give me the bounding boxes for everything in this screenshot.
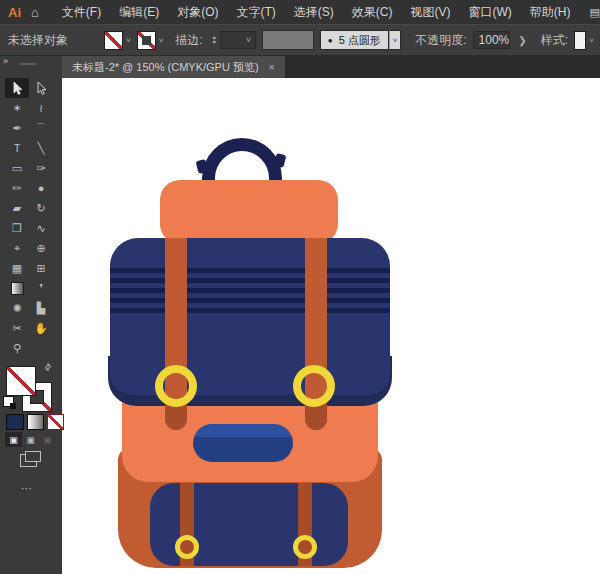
body-stripe bbox=[110, 278, 390, 283]
free-transform-tool-icon[interactable]: ⌖ bbox=[5, 238, 29, 258]
menu-type[interactable]: 文字(T) bbox=[228, 4, 285, 21]
backpack-handle-grip-right[interactable] bbox=[274, 153, 287, 168]
none-button[interactable] bbox=[47, 414, 64, 430]
fill-indicator-swatch[interactable] bbox=[6, 366, 36, 396]
chevron-down-icon: ˅ bbox=[246, 35, 251, 45]
stroke-weight-label: 描边: bbox=[175, 32, 202, 49]
width-tool-icon[interactable]: ∿ bbox=[29, 218, 53, 238]
document-tab[interactable]: 未标题-2* @ 150% (CMYK/GPU 预览) × bbox=[62, 56, 285, 78]
style-label: 样式: bbox=[541, 32, 568, 49]
pen-tool-icon[interactable]: ✒ bbox=[5, 118, 29, 138]
draw-behind-mode-icon[interactable]: ▣ bbox=[22, 432, 39, 447]
menu-file[interactable]: 文件(F) bbox=[53, 4, 110, 21]
small-ring-left[interactable] bbox=[175, 535, 199, 559]
artboard-canvas[interactable] bbox=[62, 78, 600, 574]
body-stripe bbox=[110, 268, 390, 273]
backpack-handle[interactable] bbox=[202, 138, 282, 186]
menu-effect[interactable]: 效果(C) bbox=[343, 4, 402, 21]
eyedropper-tool-icon[interactable]: ❜ bbox=[29, 278, 53, 298]
menu-help[interactable]: 帮助(H) bbox=[521, 4, 580, 21]
line-segment-tool-icon[interactable]: ╲ bbox=[29, 138, 53, 158]
menu-items: 文件(F)编辑(E)对象(O)文字(T)选择(S)效果(C)视图(V)窗口(W)… bbox=[53, 4, 580, 21]
backpack-main-body[interactable] bbox=[110, 238, 390, 395]
selection-tool-icon[interactable] bbox=[5, 78, 29, 98]
draw-inside-mode-icon[interactable]: ▣ bbox=[39, 432, 56, 447]
document-tab-bar: 未标题-2* @ 150% (CMYK/GPU 预览) × bbox=[0, 56, 600, 78]
screen-mode-icon[interactable] bbox=[20, 454, 37, 467]
workspace-switcher[interactable]: ▤ ˅ bbox=[590, 6, 600, 19]
blob-brush-tool-icon[interactable]: ● bbox=[29, 178, 53, 198]
zipper-pocket[interactable] bbox=[193, 424, 293, 462]
tools-panel: » ✶≀✒⌒T╲▭✑✏●▰↻❒∿⌖⊕▦⊞❜✺▙✂✋⚲ ⇄ ▣ ▣ ▣ ⋯ bbox=[0, 56, 62, 574]
perspective-grid-tool-icon[interactable]: ⊞ bbox=[29, 258, 53, 278]
style-chevron-icon[interactable]: ˅ bbox=[589, 36, 594, 45]
menu-object[interactable]: 对象(O) bbox=[168, 4, 227, 21]
backpack-top-flap[interactable] bbox=[160, 180, 338, 244]
menu-window[interactable]: 窗口(W) bbox=[460, 4, 521, 21]
scale-tool-icon[interactable]: ❒ bbox=[5, 218, 29, 238]
stroke-weight-stepper[interactable]: ▴▾ bbox=[213, 35, 216, 45]
body-stripe bbox=[110, 308, 390, 313]
zoom-tool-icon[interactable]: ⚲ bbox=[5, 338, 29, 358]
tool-grid: ✶≀✒⌒T╲▭✑✏●▰↻❒∿⌖⊕▦⊞❜✺▙✂✋⚲ bbox=[5, 78, 53, 358]
paintbrush-tool-icon[interactable]: ✑ bbox=[29, 158, 53, 178]
rotate-tool-icon[interactable]: ↻ bbox=[29, 198, 53, 218]
slice-tool-icon[interactable]: ✂ bbox=[5, 318, 29, 338]
gradient-tool-icon[interactable] bbox=[5, 278, 29, 298]
menu-view[interactable]: 视图(V) bbox=[402, 4, 460, 21]
buckle-ring-left[interactable] bbox=[155, 365, 197, 407]
opacity-expand-icon[interactable]: ❯ bbox=[518, 35, 526, 46]
document-tab-title: 未标题-2* @ 150% (CMYK/GPU 预览) bbox=[72, 60, 259, 75]
gradient-button[interactable] bbox=[27, 414, 44, 430]
width-profile-dropdown[interactable] bbox=[262, 30, 314, 50]
close-icon[interactable]: × bbox=[269, 61, 275, 73]
opacity-label: 不透明度: bbox=[415, 32, 466, 49]
buckle-ring-right[interactable] bbox=[293, 365, 335, 407]
menu-select[interactable]: 选择(S) bbox=[285, 4, 343, 21]
direct-selection-tool-icon[interactable] bbox=[29, 78, 53, 98]
stroke-weight-dropdown[interactable]: ˅ bbox=[220, 31, 256, 49]
brush-bullet-icon: ● bbox=[328, 36, 333, 45]
symbol-sprayer-tool-icon[interactable]: ✺ bbox=[5, 298, 29, 318]
panel-grip[interactable] bbox=[20, 63, 36, 65]
style-swatch[interactable] bbox=[574, 31, 586, 50]
lasso-tool-icon[interactable]: ≀ bbox=[29, 98, 53, 118]
menu-edit[interactable]: 编辑(E) bbox=[110, 4, 168, 21]
menu-bar: Ai ⌂ 文件(F)编辑(E)对象(O)文字(T)选择(S)效果(C)视图(V)… bbox=[0, 0, 600, 24]
panel-collapse-icon[interactable]: » bbox=[3, 56, 8, 66]
eraser-tool-icon[interactable]: ▰ bbox=[5, 198, 29, 218]
type-tool-icon[interactable]: T bbox=[5, 138, 29, 158]
shape-builder-tool-icon[interactable]: ⊕ bbox=[29, 238, 53, 258]
color-button[interactable] bbox=[6, 414, 24, 430]
pencil-tool-icon[interactable]: ✏ bbox=[5, 178, 29, 198]
home-icon[interactable]: ⌂ bbox=[31, 5, 39, 20]
stroke-color-swatch[interactable] bbox=[137, 31, 156, 50]
curvature-tool-icon[interactable]: ⌒ bbox=[29, 118, 53, 138]
draw-normal-mode-icon[interactable]: ▣ bbox=[5, 432, 22, 447]
small-ring-right[interactable] bbox=[293, 535, 317, 559]
mesh-tool-icon[interactable]: ▦ bbox=[5, 258, 29, 278]
magic-wand-tool-icon[interactable]: ✶ bbox=[5, 98, 29, 118]
body-stripe bbox=[110, 298, 390, 303]
opacity-input[interactable]: 100% bbox=[473, 31, 511, 49]
default-fill-stroke-icon[interactable] bbox=[3, 396, 14, 407]
brush-definition-field[interactable]: ● 5 点圆形 bbox=[320, 30, 389, 50]
stroke-chevron-icon[interactable]: ˅ bbox=[159, 36, 164, 45]
workspace-icon: ▤ bbox=[590, 6, 600, 19]
control-bar: 未选择对象 ˅ ˅ 描边: ▴▾ ˅ ● 5 点圆形 ˅ 不透明度: 100% … bbox=[0, 24, 600, 56]
brush-definition-value: 5 点圆形 bbox=[339, 33, 381, 48]
swap-fill-stroke-icon[interactable]: ⇄ bbox=[42, 361, 54, 373]
column-graph-tool-icon[interactable]: ▙ bbox=[29, 298, 53, 318]
brush-chevron-icon[interactable]: ˅ bbox=[389, 30, 401, 50]
rectangle-tool-icon[interactable]: ▭ bbox=[5, 158, 29, 178]
illustrator-logo: Ai bbox=[8, 5, 21, 20]
edit-toolbar-icon[interactable]: ⋯ bbox=[0, 482, 55, 495]
body-stripe bbox=[110, 288, 390, 293]
hand-tool-icon[interactable]: ✋ bbox=[29, 318, 53, 338]
paint-buttons-row bbox=[6, 414, 64, 430]
drawing-modes-row: ▣ ▣ ▣ bbox=[5, 432, 56, 447]
fill-color-swatch[interactable] bbox=[104, 31, 123, 50]
fill-chevron-icon[interactable]: ˅ bbox=[126, 36, 131, 45]
selection-status-label: 未选择对象 bbox=[8, 32, 68, 49]
